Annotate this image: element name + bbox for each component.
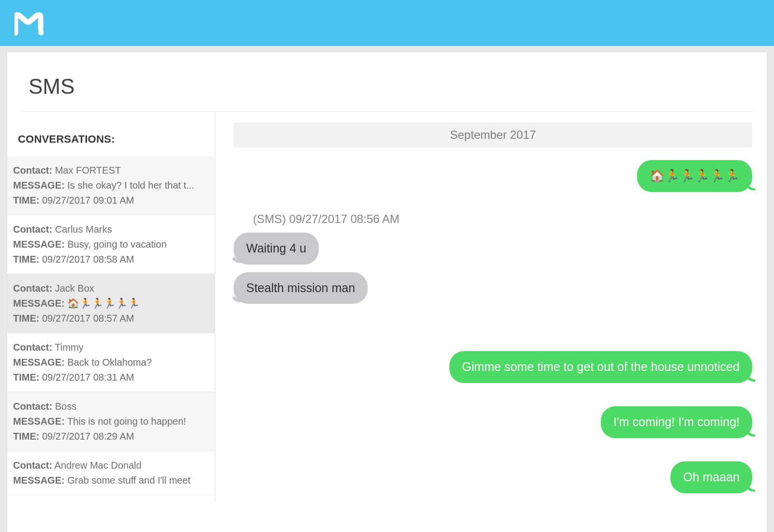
- conversation-contact: Contact: Andrew Mac Donald: [13, 458, 215, 473]
- conversation-item[interactable]: Contact: Carlus MarksMESSAGE: Busy, goin…: [7, 215, 215, 274]
- outgoing-bubble: Oh maaan: [670, 461, 752, 493]
- message-row: Gimme some time to get out of the house …: [234, 351, 752, 383]
- main-panel: SMS CONVERSATIONS: Contact: Max FORTESTM…: [7, 52, 767, 532]
- app-header: [0, 0, 774, 46]
- outgoing-bubble: I'm coming! I'm coming!: [601, 406, 752, 438]
- conversation-time: TIME: 09/27/2017 09:01 AM: [13, 193, 215, 208]
- conversation-message-preview: MESSAGE: 🏠🏃🏃🏃🏃🏃: [13, 296, 215, 311]
- message-row: 🏠🏃🏃🏃🏃🏃: [234, 160, 752, 192]
- conversation-time: TIME: 09/27/2017 08:31 AM: [13, 370, 215, 385]
- conversation-contact: Contact: Max FORTEST: [13, 163, 215, 178]
- conversation-item[interactable]: Contact: BossMESSAGE: This is not going …: [7, 392, 215, 451]
- conversation-message-preview: MESSAGE: This is not going to happen!: [13, 414, 215, 429]
- messages-pane: September 2017 🏠🏃🏃🏃🏃🏃 (SMS) 09/27/2017 0…: [215, 112, 767, 502]
- incoming-stack: Waiting 4 u Stealth mission man: [234, 233, 368, 304]
- conversation-time: TIME: 09/27/2017 08:57 AM: [13, 311, 215, 326]
- body-split: CONVERSATIONS: Contact: Max FORTESTMESSA…: [7, 112, 767, 502]
- conversations-heading: CONVERSATIONS:: [7, 125, 215, 156]
- conversation-item[interactable]: Contact: Jack BoxMESSAGE: 🏠🏃🏃🏃🏃🏃TIME: 09…: [7, 274, 215, 333]
- conversations-list: Contact: Max FORTESTMESSAGE: Is she okay…: [7, 156, 215, 495]
- conversation-time: TIME: 09/27/2017 08:29 AM: [13, 429, 215, 444]
- conversation-contact: Contact: Boss: [13, 399, 215, 414]
- conversation-contact: Contact: Carlus Marks: [13, 222, 215, 237]
- conversations-sidebar: CONVERSATIONS: Contact: Max FORTESTMESSA…: [7, 112, 215, 502]
- conversation-message-preview: MESSAGE: Is she okay? I told her that t.…: [13, 178, 215, 193]
- brand-logo-icon: [15, 11, 44, 36]
- conversation-message-preview: MESSAGE: Grab some stuff and I'll meet: [13, 473, 215, 488]
- conversation-time: TIME: 09/27/2017 08:58 AM: [13, 252, 215, 267]
- page-title: SMS: [7, 52, 767, 111]
- incoming-bubble: Waiting 4 u: [234, 233, 319, 265]
- conversation-item[interactable]: Contact: TimmyMESSAGE: Back to Oklahoma?…: [7, 333, 215, 392]
- conversation-item[interactable]: Contact: Max FORTESTMESSAGE: Is she okay…: [7, 156, 215, 215]
- outgoing-bubble: Gimme some time to get out of the house …: [449, 351, 752, 383]
- conversation-message-preview: MESSAGE: Busy, going to vacation: [13, 237, 215, 252]
- incoming-bubble: Stealth mission man: [234, 272, 368, 304]
- message-row: Oh maaan: [234, 461, 752, 493]
- date-banner: September 2017: [234, 122, 752, 148]
- conversation-contact: Contact: Jack Box: [13, 281, 215, 296]
- outgoing-bubble: 🏠🏃🏃🏃🏃🏃: [637, 160, 752, 192]
- message-row: I'm coming! I'm coming!: [234, 406, 752, 438]
- conversation-item[interactable]: Contact: Andrew Mac DonaldMESSAGE: Grab …: [7, 451, 215, 495]
- incoming-meta: (SMS) 09/27/2017 08:56 AM: [253, 212, 752, 226]
- conversation-message-preview: MESSAGE: Back to Oklahoma?: [13, 355, 215, 370]
- content-wrap: SMS CONVERSATIONS: Contact: Max FORTESTM…: [0, 46, 774, 532]
- message-row: Waiting 4 u Stealth mission man: [234, 233, 752, 304]
- conversation-contact: Contact: Timmy: [13, 340, 215, 355]
